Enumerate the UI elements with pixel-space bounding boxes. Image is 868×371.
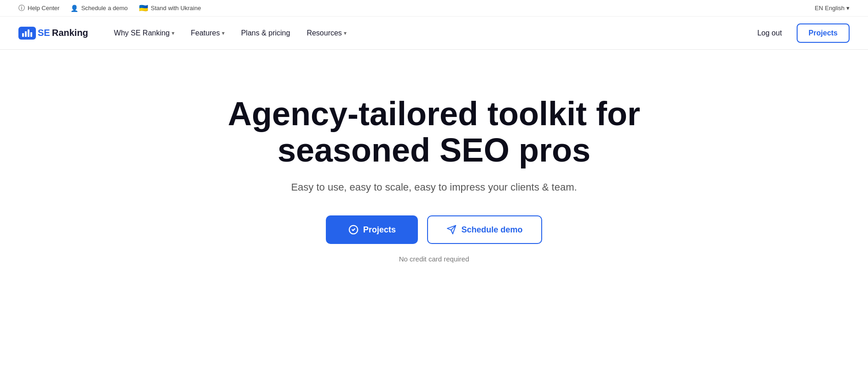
ukraine-label: Stand with Ukraine <box>151 5 201 12</box>
ukraine-flag-icon: 🇺🇦 <box>139 4 148 12</box>
logo-bar-2 <box>25 31 27 37</box>
nav-item-plans-pricing[interactable]: Plans & pricing <box>234 25 298 41</box>
nav-label-plans: Plans & pricing <box>241 29 290 37</box>
logout-label: Log out <box>757 29 781 37</box>
lang-code: EN <box>815 5 823 12</box>
hero-subtitle: Easy to use, easy to scale, easy to impr… <box>291 181 577 193</box>
logout-button[interactable]: Log out <box>750 25 789 41</box>
nav-projects-label: Projects <box>809 29 838 37</box>
schedule-demo-label: Schedule a demo <box>81 5 127 12</box>
hero-title: Agency-tailored toolkit for seasoned SEO… <box>181 96 687 168</box>
top-bar: ⓘ Help Center 👤 Schedule a demo 🇺🇦 Stand… <box>0 0 868 17</box>
schedule-demo-link[interactable]: 👤 Schedule a demo <box>70 5 127 12</box>
chevron-down-icon: ▾ <box>846 5 850 12</box>
logo[interactable]: SE Ranking <box>18 27 88 40</box>
language-selector[interactable]: EN English ▾ <box>815 5 850 12</box>
paper-plane-icon <box>446 225 457 235</box>
chevron-features-icon: ▾ <box>222 30 225 36</box>
logo-text-se: SE <box>38 28 50 38</box>
person-icon: 👤 <box>70 5 78 12</box>
logo-text-ranking: Ranking <box>52 28 88 38</box>
hero-schedule-label: Schedule demo <box>461 225 522 235</box>
nav-right: Log out Projects <box>750 23 850 43</box>
no-credit-text: No credit card required <box>399 255 469 263</box>
help-icon: ⓘ <box>18 4 25 12</box>
chevron-why-icon: ▾ <box>172 30 174 36</box>
logo-icon <box>18 27 36 40</box>
hero-projects-button[interactable]: Projects <box>326 215 418 244</box>
nav-label-why: Why SE Ranking <box>114 29 170 37</box>
hero-projects-label: Projects <box>363 225 396 235</box>
logo-bar-4 <box>30 32 32 37</box>
ukraine-link[interactable]: 🇺🇦 Stand with Ukraine <box>139 4 201 12</box>
nav-projects-button[interactable]: Projects <box>797 23 850 43</box>
help-center-label: Help Center <box>28 5 59 12</box>
check-circle-icon <box>348 225 359 235</box>
lang-name: English <box>825 5 845 12</box>
help-center-link[interactable]: ⓘ Help Center <box>18 4 59 12</box>
logo-bar-3 <box>28 29 29 37</box>
nav-item-features[interactable]: Features ▾ <box>184 25 232 41</box>
hero-schedule-demo-button[interactable]: Schedule demo <box>427 215 542 244</box>
hero-buttons: Projects Schedule demo <box>326 215 542 244</box>
logo-bar-1 <box>22 33 24 37</box>
main-navbar: SE Ranking Why SE Ranking ▾ Features ▾ P… <box>0 17 868 50</box>
nav-item-resources[interactable]: Resources ▾ <box>299 25 353 41</box>
nav-item-why-se-ranking[interactable]: Why SE Ranking ▾ <box>107 25 182 41</box>
chevron-resources-icon: ▾ <box>344 30 347 36</box>
nav-label-features: Features <box>191 29 220 37</box>
hero-section: Agency-tailored toolkit for seasoned SEO… <box>0 50 868 300</box>
nav-items: Why SE Ranking ▾ Features ▾ Plans & pric… <box>107 25 750 41</box>
nav-label-resources: Resources <box>307 29 341 37</box>
